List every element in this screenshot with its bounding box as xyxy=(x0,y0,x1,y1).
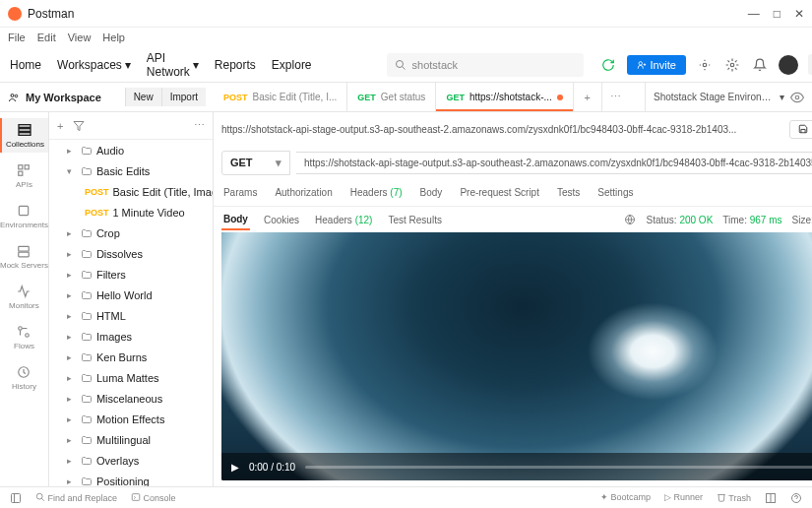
tree-folder[interactable]: ▸Hello World xyxy=(49,285,213,305)
tree-folder[interactable]: ▸Dissolves xyxy=(49,243,213,264)
avatar[interactable] xyxy=(779,55,798,75)
workspace-name[interactable]: My Workspace xyxy=(26,92,101,103)
nav-workspaces[interactable]: Workspaces▾ xyxy=(57,51,131,79)
tree-label: Basic Edit (Title, Image, Vid... xyxy=(112,186,212,198)
video-preview[interactable]: ✦ SHOTSTACK ▶ 0:00 / 0:10 xyxy=(221,232,812,480)
tree-label: Luma Mattes xyxy=(96,372,159,384)
settings-icon[interactable] xyxy=(723,56,741,74)
tree-folder[interactable]: ▸Motion Effects xyxy=(49,409,213,429)
status-label: Status: 200 OK xyxy=(646,215,713,225)
nav-home[interactable]: Home xyxy=(10,51,41,79)
tab-tests[interactable]: Tests xyxy=(555,181,582,204)
rail-collections[interactable]: Collections xyxy=(0,118,48,153)
tree-folder[interactable]: ▾Basic Edits xyxy=(49,160,213,181)
time-label: Time: 967 ms xyxy=(722,215,781,225)
eye-icon[interactable] xyxy=(790,91,804,104)
close-icon[interactable]: ✕ xyxy=(794,7,804,21)
tab-settings[interactable]: Settings xyxy=(595,181,635,204)
resp-tab-headers[interactable]: Headers (12) xyxy=(313,211,374,229)
menu-file[interactable]: File xyxy=(8,32,26,43)
resp-tab-body[interactable]: Body xyxy=(221,210,250,230)
sync-icon[interactable] xyxy=(599,56,617,74)
tree-request[interactable]: POST Basic Edit (Title, Image, Vid... xyxy=(49,181,213,202)
capture-icon[interactable] xyxy=(696,56,714,74)
rail-environments[interactable]: Environments xyxy=(0,199,48,233)
tree-folder[interactable]: ▸Multilingual xyxy=(49,429,213,450)
more-icon[interactable]: ⋯ xyxy=(194,119,205,132)
chevron-icon: ▸ xyxy=(67,352,77,362)
tree-folder[interactable]: ▸Crop xyxy=(49,222,213,243)
tree-folder[interactable]: ▸Audio xyxy=(49,140,213,160)
video-progress[interactable] xyxy=(305,466,812,469)
rail-apis[interactable]: APIs xyxy=(0,159,48,193)
resp-tab-test-results[interactable]: Test Results xyxy=(386,211,443,229)
filter-icon[interactable] xyxy=(73,120,85,132)
folder-icon xyxy=(81,393,93,405)
svg-point-6 xyxy=(730,63,734,67)
tree-folder[interactable]: ▸Filters xyxy=(49,264,213,285)
bootcamp[interactable]: ✦ Bootcamp xyxy=(600,492,651,504)
method-selector[interactable]: GET ▾ xyxy=(221,151,290,175)
play-icon[interactable]: ▶ xyxy=(231,462,239,473)
resp-tab-cookies[interactable]: Cookies xyxy=(262,211,301,229)
svg-point-5 xyxy=(703,63,707,67)
tab-get-status[interactable]: GET Get status xyxy=(347,83,436,111)
chevron-down-icon: ▾ xyxy=(125,58,131,72)
rail-monitors[interactable]: Monitors xyxy=(0,280,48,314)
tab-headers[interactable]: Headers (7) xyxy=(348,181,405,204)
tab-authorization[interactable]: Authorization xyxy=(273,181,334,204)
search-input[interactable]: shotstack xyxy=(387,53,584,77)
help-icon[interactable] xyxy=(790,492,802,504)
workspace-bar: My Workspace New Import POST Basic Edit … xyxy=(0,83,812,112)
tab-more-icon[interactable]: ⋯ xyxy=(601,83,629,111)
tree-folder[interactable]: ▸Ken Burns xyxy=(49,347,213,367)
nav-reports[interactable]: Reports xyxy=(215,51,256,79)
notifications-icon[interactable] xyxy=(751,56,769,74)
menu-edit[interactable]: Edit xyxy=(37,32,56,43)
tree-folder[interactable]: ▸Miscelaneous xyxy=(49,388,213,409)
search-icon xyxy=(395,59,406,71)
tab-prerequest[interactable]: Pre-request Script xyxy=(458,181,541,204)
tree-folder[interactable]: ▸Luma Mattes xyxy=(49,367,213,388)
tree-folder[interactable]: ▸Images xyxy=(49,326,213,347)
tab-params[interactable]: Params xyxy=(221,181,259,204)
tab-shotstack-url[interactable]: GET https://shotstack-... xyxy=(436,83,573,111)
menu-help[interactable]: Help xyxy=(102,32,125,43)
runner[interactable]: ▷ Runner xyxy=(664,492,703,504)
new-button[interactable]: New xyxy=(125,88,161,106)
save-button[interactable]: Save ▾ xyxy=(789,120,812,139)
tree-label: Multilingual xyxy=(96,434,151,446)
tab-basic-edit[interactable]: POST Basic Edit (Title, I... xyxy=(214,83,347,111)
menu-view[interactable]: View xyxy=(68,32,92,43)
rail-history[interactable]: History xyxy=(0,360,48,395)
tree-folder[interactable]: ▸Positioning xyxy=(49,471,213,486)
svg-line-1 xyxy=(402,66,405,69)
trash[interactable]: Trash xyxy=(717,492,751,504)
rail-flows[interactable]: Flows xyxy=(0,320,48,354)
sidebar-toggle-icon[interactable] xyxy=(10,492,22,504)
environment-selector[interactable]: Shotstack Stage Environemnt ▾ xyxy=(645,83,812,111)
tree-folder[interactable]: ▸Overlays xyxy=(49,450,213,471)
method-badge: POST xyxy=(223,93,248,102)
collections-icon xyxy=(17,122,32,138)
globe-icon[interactable] xyxy=(624,214,636,225)
tab-body[interactable]: Body xyxy=(418,181,445,204)
tree-label: Dissolves xyxy=(96,248,143,260)
nav-api-network[interactable]: API Network▾ xyxy=(147,51,199,79)
minimize-icon[interactable]: — xyxy=(748,7,760,21)
import-button[interactable]: Import xyxy=(161,88,206,106)
find-replace[interactable]: Find and Replace xyxy=(35,492,117,503)
svg-rect-13 xyxy=(19,165,23,169)
tree-folder[interactable]: ▸HTML xyxy=(49,305,213,326)
upgrade-button[interactable]: Upgrade ▾ xyxy=(808,54,812,75)
invite-button[interactable]: Invite xyxy=(627,55,686,75)
nav-explore[interactable]: Explore xyxy=(272,51,312,79)
rail-mock-servers[interactable]: Mock Servers xyxy=(0,239,48,274)
console[interactable]: Console xyxy=(131,492,176,503)
new-tab-button[interactable]: + xyxy=(574,83,601,111)
tree-request[interactable]: POST 1 Minute Video xyxy=(49,202,213,222)
add-icon[interactable]: + xyxy=(57,120,63,132)
maximize-icon[interactable]: □ xyxy=(774,7,781,21)
url-input[interactable]: https://shotstack-api-stage-output.s3-ap… xyxy=(296,152,812,174)
two-pane-icon[interactable] xyxy=(765,492,777,504)
